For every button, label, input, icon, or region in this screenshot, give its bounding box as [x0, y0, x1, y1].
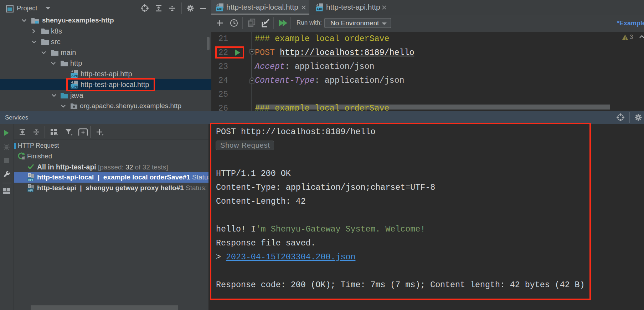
svg-text:API: API: [28, 189, 33, 192]
svg-text:API: API: [71, 74, 77, 78]
svg-text:API: API: [316, 7, 322, 11]
svg-text:API: API: [217, 7, 222, 11]
svg-text:API: API: [28, 178, 33, 182]
